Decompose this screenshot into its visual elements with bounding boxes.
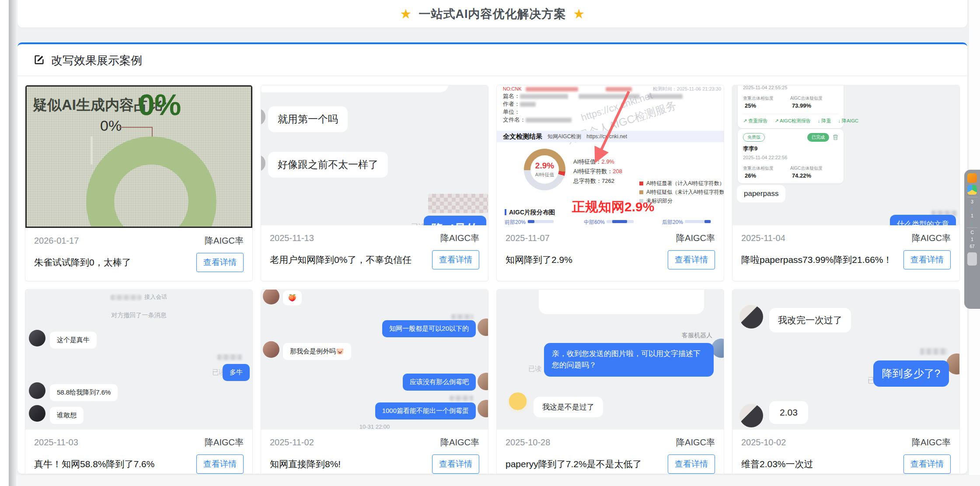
left-scroll-strip[interactable] [9,0,16,486]
chat-bubble-right: 多牛 [223,364,250,381]
chat-bubble-right: 知网一般都是可以20以下的 [382,320,476,337]
timestamp: 10-31 22:00 [261,423,488,430]
mosaic-blur [428,194,488,213]
floating-extension-widget[interactable]: 3 ↑ 1 ↓ C 1 67 [964,170,980,309]
segment-label: 中部60% [584,219,605,225]
section-title: 改写效果展示案例 [51,53,142,68]
chat-bubble-left: 就用第一个吗 [268,106,348,132]
segment-label: 后部20% [662,219,683,225]
case-tag: 降AIGC率 [440,232,479,244]
star-icon: ★ [400,6,412,21]
case-title: 知网降到了2.9% [506,254,572,266]
up-arrow-icon: ↑ [971,206,973,211]
chat-image-tail [261,85,448,92]
view-details-button[interactable]: 查看详情 [903,250,951,269]
case-tag: 降AIGC率 [676,437,715,448]
down-arrow-icon: ↓ [971,220,973,225]
case-card: 我改完一次过了 已读 降到多少了? 2.03 2025-10-02 降AIGC率… [732,289,960,474]
report-card: 免费版 已完成 李李9 2025-11-04 22:22:56 查重总体相似度2… [738,129,844,183]
segment-bar [685,220,711,223]
image-message-tail [539,290,704,314]
avatar [739,305,763,329]
doc-name: 李李9 [743,145,838,153]
view-details-button[interactable]: 查看详情 [903,455,951,474]
case-date: 2025-10-02 [741,437,786,448]
widget-footer-glyph [967,252,977,266]
next-section-edge [16,475,980,486]
case-info: 2025-11-02 降AIGC率 知网直接降到8%! 查看详情 [261,430,488,474]
view-details-button[interactable]: 查看详情 [196,253,244,272]
widget-value: 3 [971,199,973,204]
case-tag: 降AIGC率 [205,437,244,448]
banner-title: 一站式AI内容优化解决方案 [419,6,566,22]
case-tag: 降AIGC率 [912,232,951,244]
widget-orange-icon[interactable] [967,173,977,183]
view-details-button[interactable]: 查看详情 [432,455,479,474]
avatar [29,382,45,399]
report-actions[interactable]: ↗ 查重报告 ↗ AIGC检测报告 ↓ 降重 ↓ 降AIGC [743,114,838,124]
chat-bubble-right: 降ai是的 [424,216,486,225]
chat-bubble-left: 好像跟之前不太一样了 [268,152,388,178]
banner-panel: ★ 一站式AI内容优化解决方案 ★ [17,0,967,28]
case-date: 2025-11-02 [270,437,314,448]
free-version-pill: 免费版 [743,133,765,142]
callout-line [119,127,153,128]
case-screenshot-chat: 接入会话 对方撤回了一条消息 这个是真牛 已读 多牛 58.8给我降到7.6% … [25,290,252,430]
view-details-button[interactable]: 查看详情 [668,250,715,269]
case-title: paperyy降到了7.2%是不是太低了 [506,458,642,470]
chat-bubble-left: 我改完一次过了 [769,308,851,332]
case-date: 2025-11-13 [270,233,314,243]
case-info: 2025-11-04 降AIGC率 降啦paperpass73.99%降到21.… [732,225,959,278]
widget-color-icon[interactable] [967,185,977,195]
widget-value: 67 [970,244,974,249]
bot-label: 客服机器人 [682,332,712,339]
case-tag: 降AIGC率 [676,232,715,244]
case-info: 2026-01-17 降AIGC率 朱雀试试降到0，太棒了 查看详情 [25,228,252,281]
case-title: 老用户知网降到0%了，不辜负信任 [270,254,412,266]
blurred-name [451,314,473,319]
report-time: 2025-11-04 22:22:56 [743,155,838,160]
view-details-button[interactable]: 查看详情 [432,250,479,269]
case-tag: 降AIGC率 [205,235,244,247]
cases-grid: 疑似AI生成内容占比: 0% 0% 2026-01-17 降AIGC率 朱雀试试… [17,76,967,474]
edit-icon [33,54,45,67]
trash-icon[interactable] [833,134,838,140]
chat-bubble-right: 什么类型的文章 [890,215,956,225]
chat-bubble-left: 我这是不是过了 [534,397,603,417]
view-details-button[interactable]: 查看详情 [668,455,715,474]
case-screenshot-zhuque: 疑似AI生成内容占比: 0% 0% [25,85,252,228]
report-time: 2025-11-04 22:55:25 [743,85,838,90]
chat-bubble-right: 降到多少了? [873,360,949,387]
blurred-name [450,395,473,401]
case-title: 维普2.03%一次过 [741,458,813,470]
chat-bubble-left: 谁敢想 [50,407,84,424]
case-date: 2025-10-28 [506,437,550,448]
donut-chart [86,136,216,228]
case-date: 2025-11-04 [741,233,785,243]
case-date: 2026-01-17 [34,236,79,246]
case-info: 2025-10-28 降AIGC率 paperyy降到了7.2%是不是太低了 查… [497,430,724,474]
donut-notch [91,136,93,164]
chat-bubble-left: 58.8给我降到7.6% [50,384,118,401]
chat-bubble-left: 🍑 [283,290,302,305]
segment-bar [607,220,634,223]
widget-value: C [970,230,973,235]
chat-bubble-left: paperpass [737,185,785,203]
chat-bubble-right: 亲，收到您发送的图片啦，可以用文字描述下您的问题吗？ [544,343,714,377]
segment-bar [527,220,554,223]
case-tag: 降AIGC率 [912,437,951,448]
case-title: 朱雀试试降到0，太棒了 [34,256,131,269]
avatar [507,392,528,413]
avatar [261,154,265,172]
view-details-button[interactable]: 查看详情 [196,455,244,474]
case-screenshot-chat: 我改完一次过了 已读 降到多少了? 2.03 [732,290,959,430]
avatar [478,318,488,336]
read-receipt: 已读 [528,365,541,373]
case-title: 真牛！知网58.8%降到了7.6% [34,458,154,470]
red-annotation: 正规知网2.9% [572,198,654,216]
report-card: 2025-11-04 22:55:25 查重总体相似度25% AIGC总体疑似度… [738,85,844,128]
case-screenshot-chat: 就用第一个吗 好像跟之前不太一样了 已读 降ai是的 [261,85,488,225]
distribution-title: AIGC片段分布图 [505,209,555,217]
avatar [29,330,45,346]
blurred-name [217,354,242,360]
